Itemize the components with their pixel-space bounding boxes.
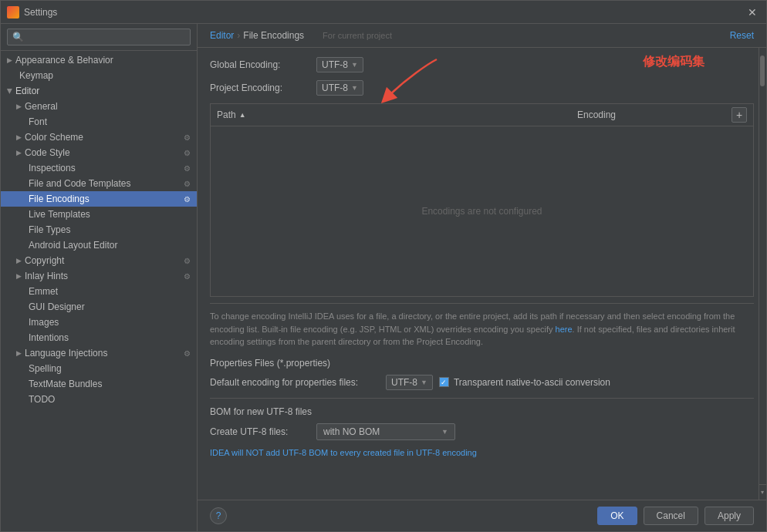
sidebar-item-label: Live Templates — [29, 209, 90, 220]
sidebar-item-file-types[interactable]: File Types — [1, 222, 197, 237]
settings-icon: ⚙ — [184, 349, 191, 358]
scrollbar-thumb[interactable] — [760, 56, 765, 86]
chevron-icon: ▶ — [16, 349, 22, 357]
reset-button[interactable]: Reset — [730, 30, 754, 41]
dropdown-arrow-icon: ▼ — [441, 428, 448, 436]
panel-body: 修改编码集 Global Encoding: — [198, 48, 766, 500]
settings-icon: ⚙ — [184, 133, 191, 142]
sidebar-item-inspections[interactable]: Inspections ⚙ — [1, 160, 197, 176]
main-content: ▶ Appearance & Behavior Keymap ▶ Editor … — [1, 24, 766, 531]
sidebar-item-intentions[interactable]: Intentions — [1, 330, 197, 345]
sidebar-item-label: Appearance & Behavior — [15, 55, 113, 66]
close-button[interactable]: ✕ — [745, 5, 760, 20]
transparent-checkbox[interactable]: ✓ — [439, 377, 449, 387]
sidebar-item-color-scheme[interactable]: ▶ Color Scheme ⚙ — [1, 130, 197, 145]
sidebar-item-live-templates[interactable]: Live Templates — [1, 207, 197, 222]
chevron-icon: ▶ — [16, 272, 22, 280]
sidebar-item-images[interactable]: Images — [1, 315, 197, 330]
search-input[interactable] — [7, 29, 191, 45]
warning-text-after: to every created file in UTF-8 encoding — [330, 448, 477, 457]
sidebar-item-spelling[interactable]: Spelling — [1, 361, 197, 376]
settings-icon: ⚙ — [184, 257, 191, 265]
bom-section-title: BOM for new UTF-8 files — [210, 406, 754, 417]
profile-icon: ⚙ — [184, 164, 191, 173]
help-button[interactable]: ? — [210, 507, 227, 524]
warning-utf8-bom-link: UTF-8 BOM — [282, 448, 328, 457]
sidebar-item-label: Color Scheme — [25, 132, 83, 143]
settings-icon: ⚙ — [184, 272, 191, 281]
sidebar-item-textmate-bundles[interactable]: TextMate Bundles — [1, 376, 197, 392]
sidebar-item-editor[interactable]: ▶ Editor — [1, 83, 197, 99]
project-encoding-dropdown[interactable]: UTF-8 ▼ — [316, 80, 363, 96]
dropdown-arrow-icon: ▼ — [421, 379, 427, 386]
settings-icon: ⚙ — [184, 195, 191, 204]
sidebar-item-label: Inspections — [29, 163, 76, 173]
sidebar-item-label: Font — [29, 116, 47, 127]
table-header: Path ▲ Encoding + — [211, 104, 753, 126]
path-column-header: Path ▲ — [217, 109, 577, 120]
bottom-left: ? — [210, 507, 227, 524]
sidebar-item-inlay-hints[interactable]: ▶ Inlay Hints ⚙ — [1, 268, 197, 284]
project-encoding-label: Project Encoding: — [210, 82, 310, 93]
sidebar-item-label: File Types — [29, 224, 70, 235]
sidebar-item-label: Copyright — [25, 255, 64, 266]
sidebar-item-todo[interactable]: TODO — [1, 392, 197, 407]
warning-text: IDEA will NOT add UTF-8 BOM to every cre… — [210, 448, 754, 457]
scroll-down-icon[interactable]: ▾ — [759, 484, 766, 500]
encoding-table: Path ▲ Encoding + Encodings are not conf… — [210, 103, 754, 297]
global-encoding-dropdown[interactable]: UTF-8 ▼ — [316, 57, 363, 72]
sidebar-item-code-style[interactable]: ▶ Code Style ⚙ — [1, 145, 197, 160]
add-encoding-button[interactable]: + — [732, 107, 747, 123]
sidebar-item-file-encodings[interactable]: File Encodings ⚙ — [1, 191, 197, 207]
ok-button[interactable]: OK — [597, 507, 637, 525]
sidebar-item-general[interactable]: ▶ General — [1, 99, 197, 114]
sidebar-item-copyright[interactable]: ▶ Copyright ⚙ — [1, 253, 197, 268]
sidebar-item-label: General — [25, 101, 58, 112]
settings-icon: ⚙ — [184, 180, 191, 188]
breadcrumb-separator: › — [237, 30, 240, 41]
bottom-bar: ? OK Cancel Apply — [198, 500, 766, 531]
sidebar-item-label: Language Injections — [25, 348, 107, 359]
sidebar-item-lang-injections[interactable]: ▶ Language Injections ⚙ — [1, 345, 197, 361]
scrollbar-track: ▾ — [759, 48, 766, 500]
sidebar-item-label: Images — [29, 317, 59, 328]
title-bar-left: Settings — [7, 6, 57, 19]
create-utf8-row: Create UTF-8 files: with NO BOM ▼ — [210, 423, 754, 440]
sidebar-item-keymap[interactable]: Keymap — [1, 68, 197, 83]
create-utf8-label: Create UTF-8 files: — [210, 426, 310, 437]
sidebar-item-label: TODO — [29, 394, 55, 405]
bottom-right: OK Cancel Apply — [597, 507, 754, 525]
cancel-button[interactable]: Cancel — [644, 507, 698, 525]
chevron-icon: ▶ — [16, 133, 22, 141]
properties-section-title: Properties Files (*.properties) — [210, 358, 754, 369]
transparent-label: Transparent native-to-ascii conversion — [454, 377, 610, 388]
panel-header: Editor › File Encodings For current proj… — [198, 24, 766, 48]
create-utf8-value: with NO BOM — [323, 426, 380, 437]
sidebar-item-label: TextMate Bundles — [29, 379, 102, 389]
sidebar-item-file-code-templates[interactable]: File and Code Templates ⚙ — [1, 176, 197, 191]
breadcrumb: Editor › File Encodings For current proj… — [210, 30, 392, 41]
sidebar-item-label: Code Style — [25, 147, 70, 158]
chevron-icon: ▶ — [16, 103, 22, 110]
sidebar-item-label: Keymap — [19, 70, 53, 81]
info-link[interactable]: here — [556, 325, 573, 334]
table-body: Encodings are not configured — [211, 126, 753, 296]
sort-asc-icon: ▲ — [239, 111, 246, 119]
properties-encoding-dropdown[interactable]: UTF-8 ▼ — [386, 375, 433, 390]
breadcrumb-parent[interactable]: Editor — [210, 30, 234, 41]
sidebar-item-label: File Encodings — [29, 194, 90, 204]
dropdown-arrow-icon: ▼ — [351, 61, 358, 69]
sidebar-item-appearance[interactable]: ▶ Appearance & Behavior — [1, 52, 197, 68]
sidebar-item-label: GUI Designer — [29, 301, 85, 312]
sidebar-item-emmet[interactable]: Emmet — [1, 284, 197, 299]
create-utf8-dropdown[interactable]: with NO BOM ▼ — [316, 423, 455, 440]
title-bar: Settings ✕ — [1, 1, 766, 24]
encoding-column-header: Encoding — [577, 109, 732, 120]
sidebar-item-label: File and Code Templates — [29, 178, 131, 189]
sidebar-item-android-layout[interactable]: Android Layout Editor — [1, 237, 197, 253]
sidebar-item-font[interactable]: Font — [1, 114, 197, 130]
apply-button[interactable]: Apply — [704, 507, 754, 525]
sidebar-item-gui-designer[interactable]: GUI Designer — [1, 299, 197, 315]
sidebar-item-label: Inlay Hints — [25, 271, 68, 281]
path-label: Path — [217, 109, 236, 120]
